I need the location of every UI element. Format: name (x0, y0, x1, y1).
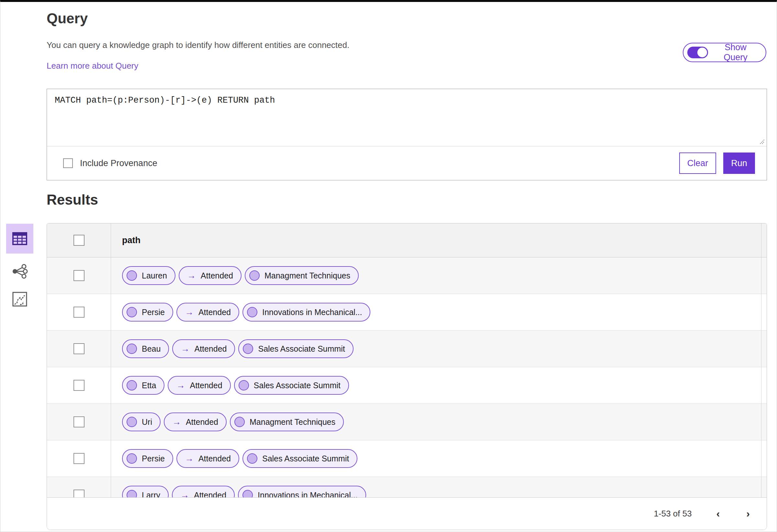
node-pill[interactable]: Persie (122, 449, 173, 468)
row-checkbox[interactable] (74, 490, 85, 497)
node-dot-icon (239, 380, 249, 391)
show-query-label: Show Query (712, 42, 759, 63)
show-query-toggle-button[interactable]: Show Query (683, 43, 766, 62)
node-dot-icon (127, 490, 137, 497)
edge-pill[interactable]: →Attended (179, 266, 241, 285)
pagination-range: 1-53 of 53 (654, 509, 692, 519)
table-body: Lauren →Attended Managment Techniques Pe… (47, 257, 767, 497)
edge-arrow-icon: → (185, 308, 194, 317)
query-buttons: Clear Run (679, 152, 755, 174)
node-pill[interactable]: Sales Associate Summit (234, 376, 349, 395)
node-dot-icon (127, 380, 137, 391)
include-provenance-option: Include Provenance (63, 158, 157, 169)
node-pill[interactable]: Etta (122, 376, 164, 395)
toggle-knob (697, 47, 707, 57)
edge-arrow-icon: → (172, 418, 181, 426)
edge-pill[interactable]: →Attended (177, 449, 239, 468)
row-checkbox[interactable] (74, 380, 85, 391)
row-checkbox[interactable] (74, 307, 85, 318)
edge-pill[interactable]: →Attended (168, 376, 230, 395)
pagination-bar: 1-53 of 53 ‹ › (47, 497, 767, 530)
query-actions-bar: Include Provenance Clear Run (47, 146, 767, 180)
graph-view-button[interactable] (6, 260, 33, 282)
row-checkbox[interactable] (74, 343, 85, 354)
page-description: You can query a knowledge graph to ident… (46, 40, 349, 50)
table-row: Lauren →Attended Managment Techniques (47, 257, 767, 294)
prev-page-icon[interactable]: ‹ (714, 508, 722, 520)
resize-gripper-icon[interactable] (758, 138, 765, 145)
include-provenance-checkbox[interactable] (63, 158, 73, 168)
node-dot-icon (127, 307, 137, 317)
table-row: Larry →Attended Innovations in Mechanica… (47, 477, 767, 497)
node-pill[interactable]: Uri (122, 413, 160, 431)
query-page: Query You can query a knowledge graph to… (0, 0, 777, 532)
node-pill[interactable]: Managment Techniques (245, 266, 359, 285)
edge-pill[interactable]: →Attended (172, 339, 235, 358)
next-page-icon[interactable]: › (744, 508, 752, 520)
node-pill[interactable]: Innovations in Mechanical... (242, 303, 371, 322)
node-dot-icon (127, 453, 137, 464)
node-dot-icon (242, 490, 253, 497)
clear-button[interactable]: Clear (679, 152, 716, 174)
node-dot-icon (249, 271, 260, 281)
node-dot-icon (127, 417, 137, 427)
table-view-icon (12, 232, 27, 245)
node-pill[interactable]: Larry (122, 486, 169, 497)
path-column-header: path (111, 223, 762, 257)
node-dot-icon (247, 453, 257, 464)
table-row: Beau →Attended Sales Associate Summit (47, 331, 767, 367)
edge-pill[interactable]: →Attended (177, 303, 239, 322)
query-editor-panel: MATCH path=(p:Person)-[r]->(e) RETURN pa… (46, 89, 767, 180)
table-gutter (762, 223, 767, 257)
edge-arrow-icon: → (181, 344, 189, 353)
node-pill[interactable]: Persie (122, 303, 173, 322)
results-table: path Lauren →Attended Managment Techniqu… (46, 223, 767, 530)
table-row: Persie →Attended Sales Associate Summit (47, 440, 767, 477)
edge-arrow-icon: → (176, 381, 185, 390)
edge-pill[interactable]: →Attended (172, 486, 235, 497)
learn-more-link[interactable]: Learn more about Query (46, 61, 138, 71)
row-checkbox[interactable] (74, 453, 85, 464)
graph-view-icon (12, 264, 28, 279)
node-pill[interactable]: Lauren (122, 266, 176, 285)
select-all-checkbox[interactable] (74, 235, 85, 246)
node-dot-icon (127, 271, 137, 281)
edge-arrow-icon: → (187, 271, 196, 280)
table-row: Etta →Attended Sales Associate Summit (47, 367, 767, 404)
include-provenance-label: Include Provenance (80, 158, 157, 169)
results-title: Results (46, 192, 98, 208)
run-button[interactable]: Run (723, 152, 755, 174)
query-textarea-wrap: MATCH path=(p:Person)-[r]->(e) RETURN pa… (47, 89, 767, 146)
node-pill[interactable]: Managment Techniques (230, 413, 344, 431)
edge-arrow-icon: → (185, 454, 194, 463)
query-input[interactable]: MATCH path=(p:Person)-[r]->(e) RETURN pa… (47, 89, 767, 146)
node-dot-icon (247, 307, 257, 317)
node-pill[interactable]: Innovations in Mechanical... (238, 486, 366, 497)
toggle-switch-on[interactable] (687, 46, 708, 58)
node-dot-icon (243, 343, 253, 354)
node-dot-icon (234, 417, 245, 427)
row-checkbox[interactable] (74, 270, 85, 281)
chart-view-button[interactable] (6, 289, 33, 310)
table-header-row: path (47, 223, 767, 257)
node-pill[interactable]: Sales Associate Summit (242, 449, 357, 468)
table-row: Uri →Attended Managment Techniques (47, 404, 767, 440)
node-dot-icon (127, 343, 137, 354)
edge-arrow-icon: → (180, 491, 189, 498)
edge-pill[interactable]: →Attended (164, 413, 227, 431)
page-title: Query (46, 10, 88, 26)
node-pill[interactable]: Sales Associate Summit (238, 339, 353, 358)
node-pill[interactable]: Beau (122, 339, 169, 358)
row-checkbox[interactable] (74, 416, 85, 427)
chart-view-icon (12, 292, 27, 307)
table-row: Persie →Attended Innovations in Mechanic… (47, 294, 767, 331)
header-checkbox-cell (47, 223, 111, 257)
table-view-button[interactable] (6, 224, 33, 253)
